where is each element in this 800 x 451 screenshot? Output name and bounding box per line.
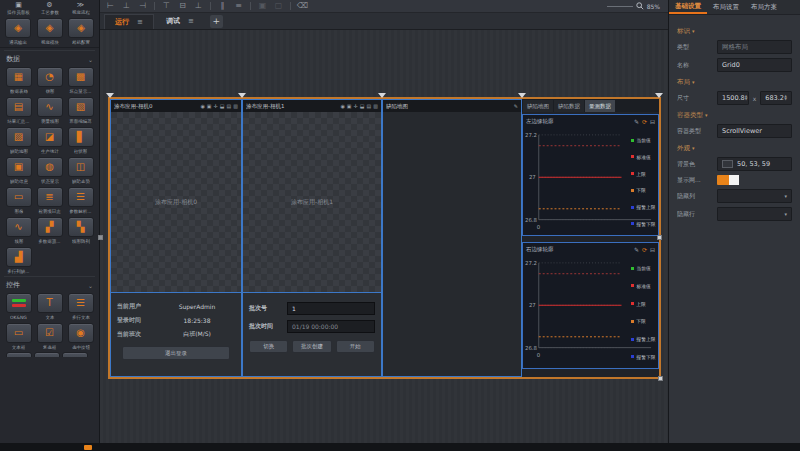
toolbox-item-multiline-text[interactable]: ☰多行文本 [66, 293, 95, 320]
switch-button[interactable]: 切换 [249, 340, 288, 353]
eye-icon[interactable]: ◉ [340, 103, 344, 109]
section-layout[interactable]: 布局 ▾ [677, 78, 792, 87]
toolbox-item-text[interactable]: T文本 [35, 293, 64, 320]
panel-measure-data[interactable]: 缺陷地图 缺陷数据 量测数据 左边缘轮廓 ✎ ⟳ ⊟ [522, 99, 659, 377]
show-grid-toggle[interactable] [717, 175, 739, 185]
section-appearance[interactable]: 外观 ▾ [677, 144, 792, 153]
edit-icon[interactable]: ▤ [367, 103, 372, 109]
resize-handle-corner[interactable] [658, 376, 663, 381]
trash-icon[interactable]: ⊟ [650, 118, 655, 125]
section-container-type[interactable]: 容器类型 ▾ [677, 111, 792, 120]
toolbox-item-checkbox[interactable]: ☑复选框 [35, 323, 64, 350]
tab-menu-icon[interactable]: ≡ [188, 17, 194, 25]
frame-icon[interactable]: ▣ [207, 103, 212, 109]
toolbox-item-result-summary[interactable]: ▤结果汇总... [4, 97, 33, 124]
align-bottom-icon[interactable]: ⊥ [192, 1, 205, 11]
type-field[interactable]: 网格布局 [717, 40, 792, 54]
toolbox-item-image[interactable]: ▭图像 [4, 187, 33, 214]
align-top-icon[interactable]: ⊤ [160, 1, 173, 11]
column-marker[interactable] [378, 93, 386, 98]
add-tab-button[interactable]: + [210, 15, 223, 28]
distribute-h-icon[interactable]: ∥ [216, 1, 229, 11]
process-params-button[interactable]: ⚙ 工艺参数 [34, 1, 65, 15]
hide-row-dropdown[interactable]: ▾ [717, 207, 792, 221]
flip-icon[interactable]: ⬓ [220, 103, 225, 109]
defect-map-body[interactable] [383, 112, 521, 376]
camera-config-button[interactable]: ◈ 相机配置 [66, 18, 96, 45]
tab-defect-map[interactable]: 缺陷地图 [523, 100, 553, 112]
eye-icon[interactable]: ◉ [200, 103, 204, 109]
name-field[interactable]: Grid0 [717, 58, 792, 72]
grid-selection[interactable]: 涂布应用-相机0 ◉ ▣ ✛ ⬓ ▤ ▥ 涂布应用-相机0 [108, 97, 661, 379]
toolbox-item-dead-pixel[interactable]: ▩坏点显示... [66, 67, 95, 94]
toolbox-item-multi-row-defect[interactable]: ▟多行列缺... [4, 247, 33, 274]
toolbox-item-defect-trend[interactable]: ◫缺陷走势 [66, 157, 95, 184]
panel-defect-map[interactable]: 缺陷地图 ✎ [382, 99, 522, 377]
resize-handle-right[interactable] [657, 235, 662, 240]
toolbox-item-status-display[interactable]: ◍状态显示 [35, 157, 64, 184]
toolbox-item-okng[interactable]: OK&NG [4, 293, 33, 320]
bg-color-field[interactable]: 50, 53, 59 [717, 157, 792, 171]
batch-no-input[interactable]: 1 [287, 302, 375, 315]
toolbox-item-defect-map[interactable]: ▨缺陷地图 [4, 127, 33, 154]
move-icon[interactable]: ✛ [214, 103, 218, 109]
toolbox-item-radio-button[interactable]: ◉选中按钮 [66, 323, 95, 350]
column-marker[interactable] [655, 93, 663, 98]
toolbox-item-bar-chart[interactable]: ▋柱状图 [66, 127, 95, 154]
panel-camera1[interactable]: 涂布应用-相机1 ◉ ▣ ✛ ⬓ ▤ ▥ 涂布应用-相机1 [242, 99, 382, 377]
column-marker[interactable] [106, 93, 114, 98]
trash-icon[interactable]: ⊟ [650, 246, 655, 253]
color-swatch[interactable] [722, 160, 733, 168]
flip-icon[interactable]: ⬓ [360, 103, 365, 109]
toolbox-item-line-array[interactable]: ▚线图阵列 [66, 217, 95, 244]
tab-run[interactable]: 运行 ≡ [104, 14, 154, 29]
height-field[interactable]: 683.2▲▼ [760, 91, 792, 105]
toolbox-item-pie-chart[interactable]: ◔饼图 [35, 67, 64, 94]
hide-column-dropdown[interactable]: ▾ [717, 189, 792, 203]
refresh-icon[interactable]: ⟳ [642, 246, 647, 253]
move-icon[interactable]: ✛ [354, 103, 358, 109]
pencil-icon[interactable]: ✎ [634, 118, 639, 125]
resize-handle-left[interactable] [98, 235, 103, 240]
align-left-icon[interactable]: ⊢ [104, 1, 117, 11]
toolbox-item-textbox[interactable]: ▭文本框 [4, 323, 33, 350]
group-icon[interactable]: ▣ [256, 1, 269, 11]
tab-debug[interactable]: 调试 ≡ [156, 14, 204, 29]
toolbox-item-data-table[interactable]: ▦数据表格 [4, 67, 33, 94]
batch-create-button[interactable]: 批次创建 [292, 340, 331, 353]
vision-flow-button[interactable]: ≫ 视觉流程 [65, 1, 96, 15]
tab-defect-data[interactable]: 缺陷数据 [554, 100, 584, 112]
distribute-v-icon[interactable]: ≡ [232, 1, 245, 11]
vision-module-button[interactable]: ◈ 视觉模块 [35, 18, 65, 45]
pencil-icon[interactable]: ✎ [514, 103, 518, 109]
container-type-field[interactable]: ScrollViewer [717, 124, 792, 138]
refresh-icon[interactable]: ⟳ [642, 118, 647, 125]
edit-icon[interactable]: ▤ [227, 103, 232, 109]
delete-icon[interactable]: ▥ [233, 103, 238, 109]
align-right-icon[interactable]: ⊣ [136, 1, 149, 11]
start-button[interactable]: 开始 [336, 340, 375, 353]
pencil-icon[interactable]: ✎ [634, 246, 639, 253]
toolbox-item-production-stats[interactable]: ◪生产统计 [35, 127, 64, 154]
chart-right-edge[interactable]: 右边缘轮廓 ✎ ⟳ ⊟ [522, 242, 659, 369]
align-center-icon[interactable]: ⊥ [120, 1, 133, 11]
status-bar-indicator[interactable] [84, 445, 92, 450]
delete-icon[interactable]: ▥ [373, 103, 378, 109]
camera1-image-area[interactable]: 涂布应用-相机1 [243, 112, 381, 292]
camera0-image-area[interactable]: 涂布应用-相机0 [111, 112, 241, 292]
zoom-slider[interactable] [607, 6, 633, 7]
spinner-arrows[interactable]: ▲▼ [745, 95, 748, 102]
tab-menu-icon[interactable]: ≡ [137, 18, 143, 26]
column-marker[interactable] [238, 93, 246, 98]
toolbox-item-page-editor[interactable]: ▧界面编辑器 [66, 97, 95, 124]
tab-measure-data[interactable]: 量测数据 [585, 100, 615, 112]
chart-left-edge[interactable]: 左边缘轮廓 ✎ ⟳ ⊟ [522, 114, 659, 236]
tab-basic-settings[interactable]: 基础设置 [669, 0, 707, 14]
toolbox-item-param-parse[interactable]: ☰参数解析... [66, 187, 95, 214]
toolbox-item-inspection-log[interactable]: ≣检测项日志 [35, 187, 64, 214]
design-canvas[interactable]: 涂布应用-相机0 ◉ ▣ ✛ ⬓ ▤ ▥ 涂布应用-相机0 [100, 30, 668, 443]
frame-icon[interactable]: ▣ [347, 103, 352, 109]
batch-time-input[interactable]: 01/19 00:00:00 [287, 320, 375, 333]
operator-panel-button[interactable]: ▣ 操作员面板 [3, 1, 34, 15]
width-field[interactable]: 1500.8▲▼ [717, 91, 749, 105]
